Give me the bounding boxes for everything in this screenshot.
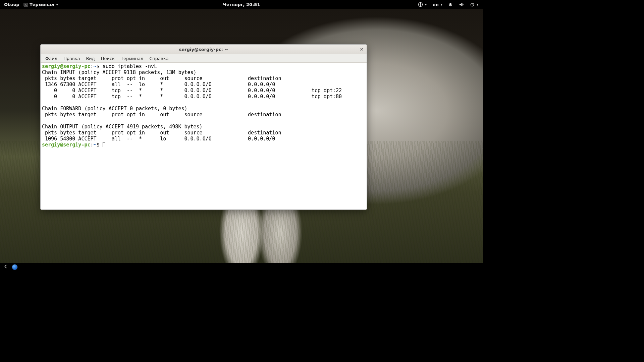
terminal-window: sergiy@sergiy-pc: ~ ✕ Файл Правка Вид По… bbox=[40, 44, 367, 210]
menu-terminal[interactable]: Терминал bbox=[118, 55, 146, 62]
current-app-label: Терминал bbox=[30, 2, 54, 7]
terminal-viewport[interactable]: sergiy@sergiy-pc:~$ sudo iptables -nvL C… bbox=[41, 63, 367, 209]
current-app-menu[interactable]: Терминал ▾ bbox=[22, 2, 59, 7]
output-line: 1096 54800 ACCEPT all -- * lo 0.0.0.0/0 … bbox=[42, 136, 275, 142]
menu-view[interactable]: Вид bbox=[83, 55, 97, 62]
output-line: pkts bytes target prot opt in out source… bbox=[42, 75, 281, 81]
bottom-bar bbox=[0, 263, 483, 272]
chevron-down-icon: ▾ bbox=[424, 3, 427, 6]
svg-rect-5 bbox=[472, 3, 473, 4]
output-line: Chain OUTPUT (policy ACCEPT 4919 packets… bbox=[42, 124, 203, 130]
output-line: 1346 67300 ACCEPT all -- lo * 0.0.0.0/0 … bbox=[42, 81, 275, 87]
svg-rect-3 bbox=[450, 6, 451, 6]
clock[interactable]: Четверг, 20:51 bbox=[222, 2, 262, 7]
chevron-down-icon: ▾ bbox=[56, 3, 58, 6]
output-line: Chain INPUT (policy ACCEPT 9118 packets,… bbox=[42, 69, 197, 75]
prompt-sign: $ bbox=[97, 63, 100, 69]
svg-rect-0 bbox=[24, 3, 28, 6]
cursor bbox=[103, 142, 105, 147]
close-icon: ✕ bbox=[360, 47, 364, 52]
window-title: sergiy@sergiy-pc: ~ bbox=[179, 47, 228, 52]
output-line: pkts bytes target prot opt in out source… bbox=[42, 112, 281, 118]
menu-file[interactable]: Файл bbox=[43, 55, 60, 62]
prompt-user: sergiy@sergiy-pc bbox=[42, 63, 91, 69]
terminal-menubar: Файл Правка Вид Поиск Терминал Справка bbox=[41, 54, 367, 63]
window-titlebar[interactable]: sergiy@sergiy-pc: ~ ✕ bbox=[41, 45, 367, 54]
accessibility-menu[interactable]: ▾ bbox=[417, 2, 428, 7]
output-line: 0 0 ACCEPT tcp -- * * 0.0.0.0/0 0.0.0.0/… bbox=[42, 94, 342, 100]
prompt-sep: : bbox=[91, 142, 94, 148]
keyboard-layout-label: en bbox=[433, 2, 439, 7]
keyboard-layout-menu[interactable]: en ▾ bbox=[431, 2, 444, 7]
output-line: Chain FORWARD (policy ACCEPT 0 packets, … bbox=[42, 106, 187, 112]
prompt-line: sergiy@sergiy-pc:~$ bbox=[42, 63, 100, 69]
output-line: pkts bytes target prot opt in out source… bbox=[42, 130, 281, 136]
activities-button[interactable]: Обзор bbox=[3, 2, 21, 7]
prompt-line: sergiy@sergiy-pc:~$ bbox=[42, 142, 100, 148]
chevron-down-icon: ▾ bbox=[440, 3, 442, 6]
prompt-path: ~ bbox=[94, 142, 97, 148]
menu-edit[interactable]: Правка bbox=[61, 55, 83, 62]
svg-point-2 bbox=[420, 3, 421, 4]
notifications-icon[interactable] bbox=[447, 2, 454, 7]
close-button[interactable]: ✕ bbox=[359, 46, 365, 52]
menu-help[interactable]: Справка bbox=[147, 55, 171, 62]
output-line: 0 0 ACCEPT tcp -- * * 0.0.0.0/0 0.0.0.0/… bbox=[42, 87, 342, 94]
chromium-launcher-icon[interactable] bbox=[12, 264, 17, 270]
prompt-user: sergiy@sergiy-pc bbox=[42, 142, 91, 148]
chevron-down-icon: ▾ bbox=[476, 3, 478, 6]
gnome-top-bar: Обзор Терминал ▾ Четверг, 20:51 ▾ en ▾ ▾ bbox=[0, 0, 483, 9]
typed-command: sudo iptables -nvL bbox=[103, 63, 157, 69]
prompt-sign: $ bbox=[97, 142, 100, 148]
prompt-path: ~ bbox=[94, 63, 97, 69]
prompt-sep: : bbox=[91, 63, 94, 69]
terminal-icon bbox=[23, 2, 28, 7]
back-button[interactable] bbox=[3, 264, 8, 270]
power-menu[interactable]: ▾ bbox=[469, 2, 480, 7]
volume-icon[interactable] bbox=[458, 2, 465, 7]
menu-search[interactable]: Поиск bbox=[98, 55, 117, 62]
